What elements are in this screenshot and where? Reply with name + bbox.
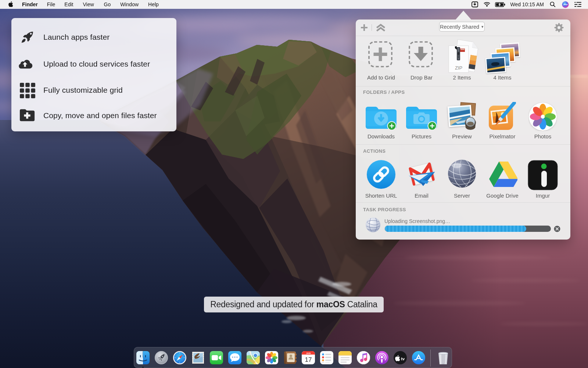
svg-text:ZIP: ZIP (455, 65, 462, 71)
svg-text:tv: tv (401, 357, 405, 361)
svg-text:JAN: JAN (306, 352, 311, 354)
svg-text:17: 17 (305, 356, 312, 363)
